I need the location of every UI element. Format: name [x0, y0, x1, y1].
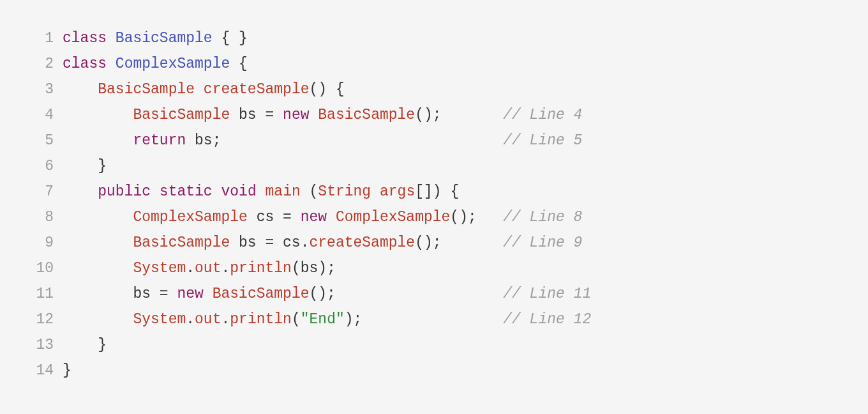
token-p: ( [292, 311, 301, 328]
line-number: 8 [15, 204, 63, 230]
token-t: args [380, 183, 415, 200]
comment: // Line 9 [503, 234, 582, 251]
token-p: (); [415, 234, 441, 251]
token-k: new [301, 209, 327, 226]
code-line: 13 } [15, 332, 853, 358]
code-line: 1class BasicSample { } [15, 26, 853, 51]
code-content: class BasicSample { } [63, 26, 853, 51]
token-p: { [230, 56, 248, 72]
comment: // Line 12 [503, 311, 591, 328]
token-k: new [177, 286, 203, 302]
code-line: 7 public static void main (String args[]… [15, 179, 853, 204]
line-number: 7 [15, 179, 63, 204]
code-content: } [63, 153, 853, 179]
token-k: return [133, 132, 186, 149]
token-t: BasicSample [213, 286, 310, 302]
token-t: System [133, 260, 186, 277]
token-p [107, 30, 116, 47]
token-p: } [63, 362, 71, 379]
code-content: } [63, 332, 853, 358]
token-p: } [98, 158, 107, 174]
token-p [195, 81, 204, 98]
code-content: class ComplexSample { [63, 51, 853, 77]
token-t: createSample [309, 234, 415, 251]
line-number: 4 [15, 102, 63, 128]
token-p [213, 183, 221, 200]
code-line: 11 bs = new BasicSample(); // Line 11 [15, 281, 853, 307]
token-k: void [221, 183, 257, 200]
code-line: 14} [15, 358, 853, 383]
line-number: 3 [15, 77, 63, 102]
token-t: BasicSample [98, 81, 195, 98]
token-p: () { [310, 81, 345, 98]
line-number: 6 [15, 153, 63, 179]
line-number: 13 [15, 332, 63, 358]
code-line: 8 ComplexSample cs = new ComplexSample()… [15, 204, 853, 230]
code-content: BasicSample bs = cs.createSample(); // L… [63, 230, 853, 256]
token-p: cs = [248, 209, 301, 226]
token-p [204, 286, 213, 302]
token-p: (); [310, 286, 336, 302]
comment: // Line 8 [503, 209, 582, 226]
token-p [257, 183, 266, 200]
token-k: class [63, 30, 107, 47]
code-line: 9 BasicSample bs = cs.createSample(); //… [15, 230, 853, 256]
token-cls: BasicSample [116, 30, 213, 47]
token-k: new [283, 107, 309, 123]
code-line: 10 System.out.println(bs); [15, 256, 853, 281]
token-p [371, 183, 380, 200]
code-line: 4 BasicSample bs = new BasicSample(); //… [15, 102, 853, 128]
code-content: } [63, 358, 853, 383]
line-number: 11 [15, 281, 63, 307]
code-content: System.out.println(bs); [63, 256, 853, 281]
token-t: println [230, 260, 292, 277]
token-p: (); [415, 107, 441, 123]
line-number: 9 [15, 230, 63, 256]
token-p: bs; [186, 132, 221, 149]
token-t: String [318, 183, 371, 200]
code-line: 5 return bs; // Line 5 [15, 128, 853, 153]
token-t: ComplexSample [133, 209, 247, 226]
token-p: ); [345, 311, 363, 328]
token-p [107, 56, 116, 72]
line-number: 5 [15, 128, 63, 153]
token-p: bs = [230, 107, 283, 123]
code-content: public static void main (String args[]) … [63, 179, 853, 204]
code-line: 2class ComplexSample { [15, 51, 853, 77]
code-line: 12 System.out.println("End"); // Line 12 [15, 307, 853, 332]
token-s: "End" [301, 311, 345, 328]
token-p: } [98, 337, 107, 353]
line-number: 14 [15, 358, 63, 383]
line-number: 1 [15, 26, 63, 51]
token-p: { } [213, 30, 248, 47]
token-p: (); [450, 209, 476, 226]
token-t: System [133, 311, 186, 328]
line-number: 10 [15, 256, 63, 281]
token-k: static [160, 183, 213, 200]
token-p: bs = [133, 286, 177, 302]
code-content: System.out.println("End"); // Line 12 [63, 307, 853, 332]
token-p [310, 107, 318, 123]
code-content: ComplexSample cs = new ComplexSample(); … [63, 204, 853, 230]
token-p [327, 209, 336, 226]
code-line: 3 BasicSample createSample() { [15, 77, 853, 102]
token-cls: ComplexSample [116, 56, 230, 72]
token-p [151, 183, 160, 200]
token-k: public [98, 183, 151, 200]
token-p: []) { [415, 183, 459, 200]
token-t: main [266, 183, 301, 200]
token-p: . [221, 260, 230, 277]
token-t: BasicSample [318, 107, 415, 123]
token-p: . [221, 311, 230, 328]
token-p: . [186, 260, 195, 277]
token-t: ComplexSample [336, 209, 450, 226]
token-t: BasicSample [133, 107, 230, 123]
line-number: 12 [15, 307, 63, 332]
token-t: BasicSample [133, 234, 230, 251]
code-content: BasicSample createSample() { [63, 77, 853, 102]
comment: // Line 11 [503, 286, 591, 302]
token-k: class [63, 56, 107, 72]
comment: // Line 5 [503, 132, 582, 149]
token-t: out [195, 260, 221, 277]
token-t: out [195, 311, 221, 328]
